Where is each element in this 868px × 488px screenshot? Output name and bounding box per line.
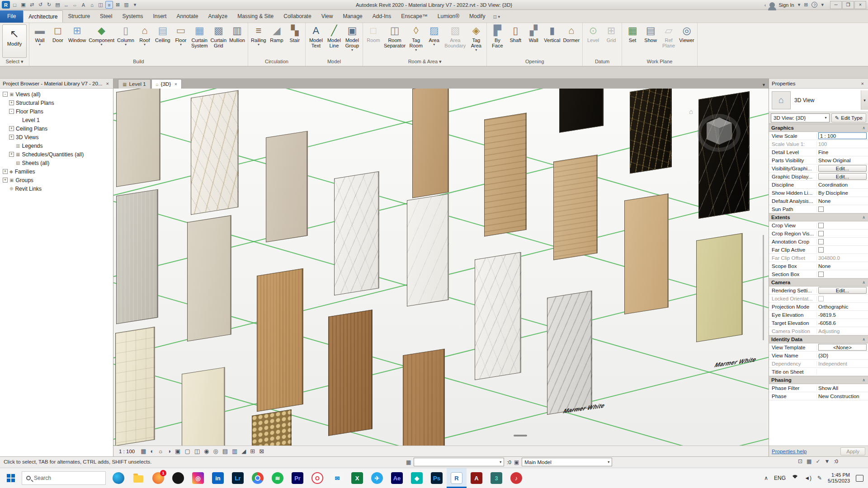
browser-item-3d-views[interactable]: +3D Views (0, 133, 113, 141)
property-value[interactable]: Adjusting (818, 328, 840, 334)
constraints-icon[interactable]: ⊞ (250, 448, 255, 455)
ribbon-tab-manage[interactable]: Manage (338, 10, 367, 23)
show-button[interactable]: ▤Show (642, 24, 660, 58)
property-value[interactable]: -9819.5 (818, 312, 836, 318)
property-value[interactable]: None (818, 198, 831, 204)
edit-button[interactable]: Edit... (818, 173, 867, 180)
area-button[interactable]: ▨Area▾ (425, 24, 443, 58)
mullion-button[interactable]: ▥Mullion (228, 24, 246, 58)
browser-item-schedules-quantities-all[interactable]: +▦Schedules/Quantities (all) (0, 150, 113, 159)
material-panel-beige[interactable] (187, 215, 231, 342)
material-panel-beige2[interactable] (266, 131, 308, 243)
expand-icon[interactable]: + (9, 135, 14, 140)
modify-button[interactable]: ↖Modify (2, 24, 27, 58)
property-value[interactable]: New Construction (818, 394, 859, 399)
property-value[interactable]: {3D} (818, 353, 828, 358)
ribbon-tab-massing-site[interactable]: Massing & Site (232, 10, 278, 23)
taskbar-app-premiere[interactable]: Pr (288, 468, 307, 488)
property-value[interactable]: Orthographic (818, 304, 848, 310)
property-value[interactable]: By Discipline (818, 190, 848, 196)
temp-hide-icon[interactable]: ◉ (204, 448, 209, 455)
reveal-hidden-icon[interactable]: ◎ (213, 448, 218, 455)
material-panel-wood[interactable] (328, 310, 373, 436)
taskbar-app-edge[interactable] (108, 468, 128, 488)
property-section-phasing[interactable]: Phasing∧ (769, 376, 868, 384)
filter-icon[interactable]: ▼ (825, 458, 830, 465)
dropdown-caret-icon[interactable]: ▾ (433, 43, 435, 47)
ribbon-tab-analyze[interactable]: Analyze (203, 10, 233, 23)
taskbar-app-photoshop[interactable]: Ps (427, 468, 447, 488)
checkbox[interactable] (818, 231, 824, 236)
section-collapse-icon[interactable]: ∧ (862, 337, 865, 342)
sun-path-icon[interactable]: ☼ (158, 448, 163, 455)
door-button[interactable]: ◻Door (49, 24, 67, 58)
taskbar-app-after-effects[interactable]: Ae (387, 468, 407, 488)
curtain-grid-button[interactable]: ▩Curtain Grid (209, 24, 228, 58)
taskbar-app-opera[interactable]: O (307, 468, 327, 488)
thin-lines-icon[interactable]: ≡ (105, 1, 113, 9)
view-tab-level-1[interactable]: ▦Level 1 (118, 79, 151, 89)
material-panel-mosaic[interactable] (252, 409, 292, 446)
viewer-button[interactable]: ◎Viewer (678, 24, 696, 58)
property-value[interactable]: Coordination (818, 182, 848, 188)
material-panel-marble-white[interactable] (475, 252, 521, 380)
window-button[interactable]: ⊞Window (67, 24, 87, 58)
restore-button[interactable]: ❐ (842, 1, 854, 9)
expand-icon[interactable]: + (9, 126, 14, 131)
print-icon[interactable]: ▤ (54, 1, 61, 9)
section-collapse-icon[interactable]: ∧ (862, 215, 865, 220)
tray-overflow-icon[interactable]: ∧ (764, 475, 768, 481)
material-panel-tan[interactable] (412, 89, 449, 198)
vertical-button[interactable]: ▮Vertical (542, 24, 561, 58)
browser-item-floor-plans[interactable]: -Floor Plans (0, 107, 113, 116)
customize-qat-icon[interactable]: ▾ (131, 1, 139, 9)
design-option-select[interactable]: Main Model▾ (522, 458, 612, 466)
sign-in-button[interactable]: Sign In (778, 2, 794, 8)
view-tab-list-icon[interactable]: ▼ (762, 83, 766, 87)
material-panel-black-gold[interactable] (630, 89, 672, 174)
ribbon-tab-enscape[interactable]: Enscape™ (396, 10, 433, 23)
model-group-button[interactable]: ▣Model Group▾ (343, 24, 361, 58)
signin-caret-icon[interactable]: ▾ (798, 2, 801, 8)
expand-icon[interactable]: + (9, 152, 14, 157)
tag-room-button[interactable]: ◊Tag Room▾ (407, 24, 425, 58)
view-scale-button[interactable]: 1 : 100 (117, 448, 137, 455)
view-tab-close-icon[interactable]: × (175, 82, 177, 87)
help-caret-icon[interactable]: ▾ (821, 2, 824, 8)
worksharing-icon[interactable]: ▥ (232, 448, 237, 455)
undo-icon[interactable]: ↺ (37, 1, 44, 9)
drawing-area-3d-view[interactable]: Marmer WhiteMarmer White ⌂ (113, 89, 769, 446)
dropdown-caret-icon[interactable]: ▾ (258, 43, 259, 47)
displacement-icon[interactable]: ◢ (241, 448, 246, 455)
pen-icon[interactable]: ✎ (817, 475, 822, 481)
browser-item-structural-plans[interactable]: +Structural Plans (0, 99, 113, 107)
selection-icon[interactable]: ⊠ (259, 448, 264, 455)
dormer-button[interactable]: ⌂Dormer (561, 24, 581, 58)
project-browser-close-icon[interactable]: × (105, 81, 110, 86)
property-section-camera[interactable]: Camera∧ (769, 278, 868, 286)
edit-type-button[interactable]: ✎ Edit Type (831, 113, 866, 122)
wall-opening-button[interactable]: ▞Wall (524, 24, 542, 58)
taskbar-app-3ds-max[interactable]: 3 (486, 468, 506, 488)
ramp-button[interactable]: ◢Ramp (268, 24, 286, 58)
dropdown-caret-icon[interactable]: ▾ (125, 43, 127, 47)
viewport-scrollbar[interactable] (763, 235, 764, 340)
property-section-graphics[interactable]: Graphics∧ (769, 124, 868, 132)
floor-button[interactable]: ▭Floor▾ (172, 24, 190, 58)
viewcube-cube[interactable] (707, 117, 732, 145)
measure-icon[interactable]: ↔ (62, 1, 70, 9)
browser-item-ceiling-plans[interactable]: +Ceiling Plans (0, 124, 113, 133)
browser-item-level-1[interactable]: Level 1 (0, 116, 113, 124)
text-icon[interactable]: A (80, 1, 87, 9)
close-hidden-icon[interactable]: ⊠ (114, 1, 122, 9)
material-panel-wood-light[interactable] (257, 268, 303, 412)
material-panel-marble-gold[interactable] (191, 90, 239, 215)
property-value[interactable]: None (818, 263, 831, 269)
start-button[interactable] (0, 468, 22, 488)
wall-button[interactable]: ▬Wall▾ (31, 24, 49, 58)
ribbon-tab-file[interactable]: File (0, 10, 23, 23)
property-value[interactable]: Independent (818, 361, 847, 366)
ribbon-tab-collaborate[interactable]: Collaborate (278, 10, 316, 23)
taskbar-app-chrome[interactable] (248, 468, 268, 488)
checkbox[interactable] (818, 247, 824, 253)
